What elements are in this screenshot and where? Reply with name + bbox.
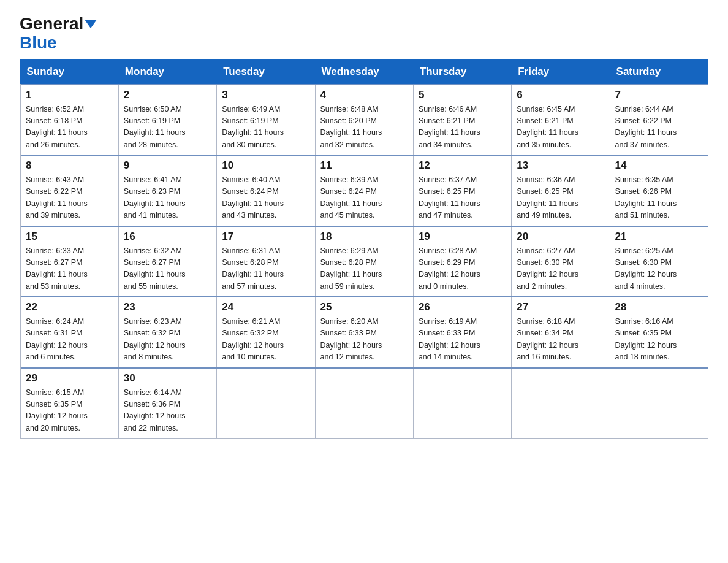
week-row-3: 15Sunrise: 6:33 AMSunset: 6:27 PMDayligh…: [20, 226, 708, 297]
day-number: 11: [320, 159, 408, 172]
calendar-cell: 29Sunrise: 6:15 AMSunset: 6:35 PMDayligh…: [20, 368, 118, 439]
weekday-header-saturday: Saturday: [610, 59, 708, 85]
calendar-cell: 30Sunrise: 6:14 AMSunset: 6:36 PMDayligh…: [118, 368, 216, 439]
day-number: 21: [615, 231, 703, 243]
weekday-header-friday: Friday: [512, 59, 610, 85]
calendar-cell: 10Sunrise: 6:40 AMSunset: 6:24 PMDayligh…: [217, 155, 315, 226]
logo-triangle-icon: [85, 20, 97, 28]
day-info: Sunrise: 6:25 AMSunset: 6:30 PMDaylight:…: [615, 245, 703, 293]
day-info: Sunrise: 6:45 AMSunset: 6:21 PMDaylight:…: [517, 104, 604, 151]
day-number: 6: [517, 89, 604, 101]
weekday-header-row: SundayMondayTuesdayWednesdayThursdayFrid…: [20, 59, 708, 85]
page-header: General Blue: [20, 15, 708, 53]
calendar-cell: 13Sunrise: 6:36 AMSunset: 6:25 PMDayligh…: [512, 155, 610, 226]
day-info: Sunrise: 6:27 AMSunset: 6:30 PMDaylight:…: [517, 245, 604, 293]
calendar-cell: 28Sunrise: 6:16 AMSunset: 6:35 PMDayligh…: [610, 297, 708, 368]
day-info: Sunrise: 6:28 AMSunset: 6:29 PMDaylight:…: [419, 245, 506, 293]
day-number: 24: [222, 301, 309, 313]
day-number: 18: [320, 231, 408, 243]
day-number: 13: [517, 159, 604, 172]
day-info: Sunrise: 6:46 AMSunset: 6:21 PMDaylight:…: [419, 104, 506, 151]
calendar-cell: 26Sunrise: 6:19 AMSunset: 6:33 PMDayligh…: [413, 297, 511, 368]
day-info: Sunrise: 6:44 AMSunset: 6:22 PMDaylight:…: [615, 104, 703, 151]
day-number: 10: [222, 159, 309, 172]
day-info: Sunrise: 6:21 AMSunset: 6:32 PMDaylight:…: [222, 316, 309, 364]
day-number: 30: [124, 372, 211, 385]
calendar-cell: 25Sunrise: 6:20 AMSunset: 6:33 PMDayligh…: [315, 297, 413, 368]
day-number: 2: [124, 89, 211, 101]
day-info: Sunrise: 6:18 AMSunset: 6:34 PMDaylight:…: [517, 316, 604, 364]
calendar-cell: 2Sunrise: 6:50 AMSunset: 6:19 PMDaylight…: [118, 85, 216, 156]
calendar-cell: 22Sunrise: 6:24 AMSunset: 6:31 PMDayligh…: [20, 297, 118, 368]
day-number: 5: [419, 89, 506, 101]
day-info: Sunrise: 6:19 AMSunset: 6:33 PMDaylight:…: [419, 316, 506, 364]
calendar-cell: 24Sunrise: 6:21 AMSunset: 6:32 PMDayligh…: [217, 297, 315, 368]
day-info: Sunrise: 6:50 AMSunset: 6:19 PMDaylight:…: [124, 104, 211, 151]
day-info: Sunrise: 6:36 AMSunset: 6:25 PMDaylight:…: [517, 174, 604, 222]
weekday-header-thursday: Thursday: [413, 59, 511, 85]
logo-blue-text: Blue: [20, 34, 57, 53]
day-number: 29: [26, 372, 113, 385]
calendar-cell: 11Sunrise: 6:39 AMSunset: 6:24 PMDayligh…: [315, 155, 413, 226]
day-number: 9: [124, 159, 211, 172]
day-number: 22: [26, 301, 113, 313]
day-number: 27: [517, 301, 604, 313]
day-number: 25: [320, 301, 408, 313]
calendar-cell: 19Sunrise: 6:28 AMSunset: 6:29 PMDayligh…: [413, 226, 511, 297]
calendar-cell: 17Sunrise: 6:31 AMSunset: 6:28 PMDayligh…: [217, 226, 315, 297]
weekday-header-tuesday: Tuesday: [217, 59, 315, 85]
calendar-cell: 18Sunrise: 6:29 AMSunset: 6:28 PMDayligh…: [315, 226, 413, 297]
day-number: 12: [419, 159, 506, 172]
calendar-cell: 20Sunrise: 6:27 AMSunset: 6:30 PMDayligh…: [512, 226, 610, 297]
weekday-header-monday: Monday: [118, 59, 216, 85]
calendar-cell: 8Sunrise: 6:43 AMSunset: 6:22 PMDaylight…: [20, 155, 118, 226]
day-info: Sunrise: 6:43 AMSunset: 6:22 PMDaylight:…: [26, 174, 113, 222]
calendar-cell: 15Sunrise: 6:33 AMSunset: 6:27 PMDayligh…: [20, 226, 118, 297]
week-row-4: 22Sunrise: 6:24 AMSunset: 6:31 PMDayligh…: [20, 297, 708, 368]
day-number: 16: [124, 231, 211, 243]
calendar-table: SundayMondayTuesdayWednesdayThursdayFrid…: [20, 59, 708, 439]
calendar-cell: 21Sunrise: 6:25 AMSunset: 6:30 PMDayligh…: [610, 226, 708, 297]
day-number: 14: [615, 159, 703, 172]
day-number: 17: [222, 231, 309, 243]
day-info: Sunrise: 6:20 AMSunset: 6:33 PMDaylight:…: [320, 316, 408, 364]
calendar-cell: [512, 368, 610, 439]
day-number: 8: [26, 159, 113, 172]
week-row-1: 1Sunrise: 6:52 AMSunset: 6:18 PMDaylight…: [20, 85, 708, 156]
logo: General Blue: [20, 15, 97, 53]
calendar-cell: [217, 368, 315, 439]
calendar-cell: 16Sunrise: 6:32 AMSunset: 6:27 PMDayligh…: [118, 226, 216, 297]
week-row-5: 29Sunrise: 6:15 AMSunset: 6:35 PMDayligh…: [20, 368, 708, 439]
day-info: Sunrise: 6:49 AMSunset: 6:19 PMDaylight:…: [222, 104, 309, 151]
day-number: 15: [26, 231, 113, 243]
day-info: Sunrise: 6:14 AMSunset: 6:36 PMDaylight:…: [124, 387, 211, 435]
calendar-cell: 1Sunrise: 6:52 AMSunset: 6:18 PMDaylight…: [20, 85, 118, 156]
day-info: Sunrise: 6:29 AMSunset: 6:28 PMDaylight:…: [320, 245, 408, 293]
weekday-header-sunday: Sunday: [20, 59, 118, 85]
day-number: 3: [222, 89, 309, 101]
day-info: Sunrise: 6:52 AMSunset: 6:18 PMDaylight:…: [26, 104, 113, 151]
day-number: 7: [615, 89, 703, 101]
day-number: 23: [124, 301, 211, 313]
calendar-cell: 27Sunrise: 6:18 AMSunset: 6:34 PMDayligh…: [512, 297, 610, 368]
day-info: Sunrise: 6:39 AMSunset: 6:24 PMDaylight:…: [320, 174, 408, 222]
calendar-cell: [315, 368, 413, 439]
day-number: 19: [419, 231, 506, 243]
calendar-cell: 4Sunrise: 6:48 AMSunset: 6:20 PMDaylight…: [315, 85, 413, 156]
day-info: Sunrise: 6:35 AMSunset: 6:26 PMDaylight:…: [615, 174, 703, 222]
logo-general: General: [20, 14, 83, 33]
day-info: Sunrise: 6:31 AMSunset: 6:28 PMDaylight:…: [222, 245, 309, 293]
calendar-cell: 23Sunrise: 6:23 AMSunset: 6:32 PMDayligh…: [118, 297, 216, 368]
calendar-cell: 7Sunrise: 6:44 AMSunset: 6:22 PMDaylight…: [610, 85, 708, 156]
week-row-2: 8Sunrise: 6:43 AMSunset: 6:22 PMDaylight…: [20, 155, 708, 226]
day-info: Sunrise: 6:37 AMSunset: 6:25 PMDaylight:…: [419, 174, 506, 222]
day-number: 26: [419, 301, 506, 313]
day-info: Sunrise: 6:33 AMSunset: 6:27 PMDaylight:…: [26, 245, 113, 293]
day-info: Sunrise: 6:23 AMSunset: 6:32 PMDaylight:…: [124, 316, 211, 364]
logo-text: General: [20, 15, 97, 34]
day-info: Sunrise: 6:15 AMSunset: 6:35 PMDaylight:…: [26, 387, 113, 435]
calendar-cell: 9Sunrise: 6:41 AMSunset: 6:23 PMDaylight…: [118, 155, 216, 226]
weekday-header-wednesday: Wednesday: [315, 59, 413, 85]
day-number: 1: [26, 89, 113, 101]
calendar-cell: [610, 368, 708, 439]
